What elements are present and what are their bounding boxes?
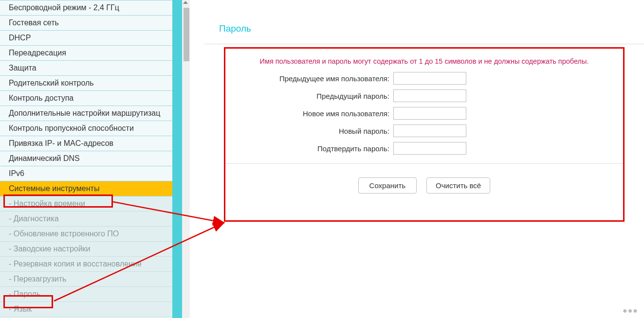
sidebar-item-forwarding[interactable]: Переадресация [0,46,172,61]
scroll-thumb[interactable] [184,8,189,61]
input-new-username[interactable] [393,107,466,120]
sidebar-sub-reboot[interactable]: - Перезагрузить [0,272,172,287]
sidebar-item-ip-mac[interactable]: Привязка IP- и MAC-адресов [0,136,172,151]
sidebar-item-security[interactable]: Защита [0,61,172,76]
input-old-password[interactable] [393,89,466,102]
page-title: Пароль [204,10,644,44]
sidebar-item-guest-network[interactable]: Гостевая сеть [0,16,172,31]
sidebar: Беспроводной режим - 2,4 ГГц Гостевая се… [0,0,176,318]
content-area: Пароль Имя пользователя и пароль могут с… [190,0,644,318]
sidebar-item-system-tools[interactable]: Системные инструменты [0,181,172,196]
sidebar-item-parental[interactable]: Родительский контроль [0,76,172,91]
scroll-up-icon [183,1,188,4]
label-old-username: Предыдущее имя пользователя: [233,74,393,83]
save-button[interactable]: Сохранить [358,177,417,194]
label-old-password: Предыдущий пароль: [233,92,393,100]
input-new-password[interactable] [393,124,466,137]
sidebar-item-access-control[interactable]: Контроль доступа [0,91,172,106]
sidebar-sub-diagnostics[interactable]: - Диагностика [0,212,172,227]
form-hint: Имя пользователя и пароль могут содержат… [233,57,616,65]
sidebar-sub-language[interactable]: - Язык [0,302,172,317]
form-divider [225,163,623,164]
sidebar-item-ddns[interactable]: Динамический DNS [0,151,172,166]
sidebar-sub-time[interactable]: - Настройка времени [0,196,172,212]
label-confirm-password: Подтвердить пароль: [233,144,393,153]
sidebar-item-ipv6[interactable]: IPv6 [0,166,172,181]
sidebar-item-bandwidth[interactable]: Контроль пропускной способности [0,121,172,136]
status-dots-icon: ●●● [623,306,638,315]
sidebar-sub-firmware[interactable]: - Обновление встроенного ПО [0,227,172,242]
input-confirm-password[interactable] [393,142,466,155]
password-form-panel: Имя пользователя и пароль могут содержат… [224,47,625,222]
sidebar-item-wireless[interactable]: Беспроводной режим - 2,4 ГГц [0,0,172,16]
label-new-username: Новое имя пользователя: [233,109,393,118]
label-new-password: Новый пароль: [233,127,393,135]
sidebar-item-advanced-routing[interactable]: Дополнительные настройки маршрутизац [0,106,172,121]
sidebar-sub-factory[interactable]: - Заводские настройки [0,242,172,257]
sidebar-sub-password[interactable]: - Пароль [0,287,172,302]
sidebar-scrollbar[interactable] [176,0,190,318]
sidebar-item-dhcp[interactable]: DHCP [0,31,172,46]
sidebar-sub-backup[interactable]: - Резервная копия и восстановление [0,257,172,272]
input-old-username[interactable] [393,72,466,85]
clear-all-button[interactable]: Очистить всё [426,177,490,194]
